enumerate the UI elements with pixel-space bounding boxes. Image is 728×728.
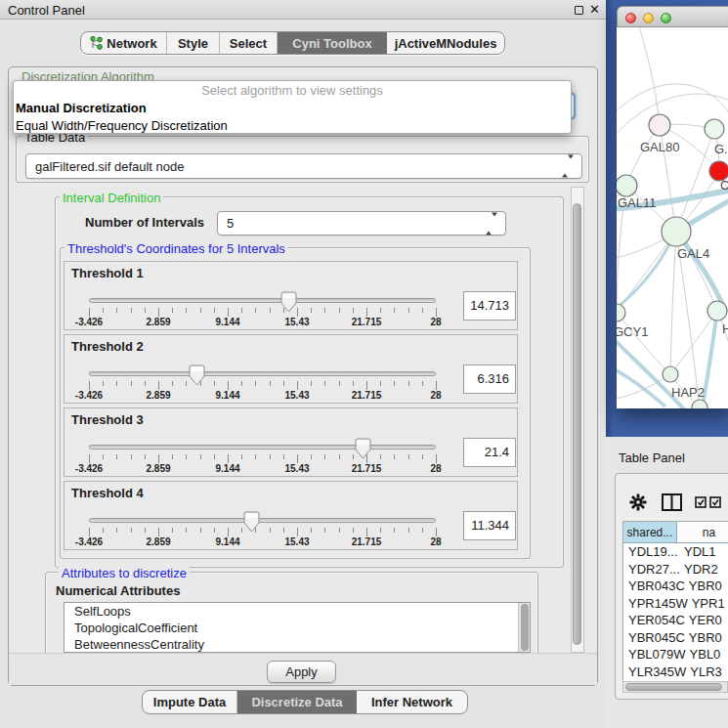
split-columns-icon[interactable] [662, 493, 682, 511]
slider-tick-label: 21.715 [337, 317, 396, 327]
cell-name[interactable]: YPR1 [688, 595, 728, 613]
cell-shared-name[interactable]: YER054C [623, 612, 685, 629]
table-data-combobox[interactable]: galFiltered.sif default node [25, 153, 582, 179]
slider-tick [89, 528, 90, 536]
slider-tick-label: 2.859 [129, 317, 188, 327]
slider-tick [422, 381, 423, 386]
settings-scrollbar[interactable] [571, 187, 584, 653]
tab-discretize-data[interactable]: Discretize Data [237, 691, 357, 713]
attribute-list-item[interactable]: BetweennessCentrality [64, 636, 530, 653]
table-row[interactable]: YBR043CYBR0 [623, 578, 728, 595]
tab-select[interactable]: Select [220, 32, 278, 54]
settings-scrollbar-thumb[interactable] [573, 203, 581, 645]
slider-tick [297, 454, 298, 463]
node-table[interactable]: shared... na YDL19...YDL1YDR27...YDR2YBR… [622, 521, 728, 693]
slider-tick [241, 454, 242, 459]
cell-shared-name[interactable]: YDL19... [623, 543, 680, 561]
mac-close-icon[interactable] [625, 13, 636, 23]
table-row[interactable]: YLR345WYLR3 [623, 664, 728, 681]
cell-name[interactable]: YDL1 [680, 543, 728, 561]
network-node[interactable] [617, 304, 625, 321]
slider-tick-label: 9.144 [198, 536, 257, 547]
tab-network[interactable]: Network [81, 32, 167, 54]
mac-zoom-icon[interactable] [661, 13, 671, 23]
table-horizontal-scrollbar[interactable] [622, 681, 728, 693]
checkbox-icon[interactable] [709, 496, 722, 508]
threshold-value-field[interactable]: 21.4 [463, 438, 516, 467]
cell-name[interactable]: YBR0 [685, 629, 728, 647]
table-row[interactable]: YBL079WYBL0 [623, 646, 728, 664]
attributes-list-scrollbar[interactable] [518, 603, 530, 652]
slider-tick [324, 528, 325, 533]
tab-jactivemnodules[interactable]: jActiveMNodules [387, 32, 504, 54]
tab-impute-data[interactable]: Impute Data [143, 691, 237, 713]
slider-track[interactable] [89, 518, 436, 523]
cell-shared-name[interactable]: YBL079W [623, 646, 686, 664]
cell-name[interactable]: YLR3 [686, 664, 728, 681]
table-row[interactable]: YER054CYER0 [623, 612, 728, 629]
slider-tick [339, 308, 340, 313]
table-row[interactable]: YDL19...YDL1 [623, 543, 728, 561]
gear-icon[interactable] [629, 493, 647, 511]
dropdown-item-equal-width[interactable]: Equal Width/Frequency Discretization [14, 117, 571, 135]
cell-shared-name[interactable]: YBR045C [623, 629, 685, 647]
slider-tick [311, 308, 312, 313]
float-window-icon[interactable] [575, 6, 583, 15]
column-header-shared-name[interactable]: shared... [623, 522, 677, 542]
table-row[interactable]: YBR045CYBR0 [623, 629, 728, 647]
slider-handle[interactable] [280, 291, 297, 313]
dropdown-item-manual-discretization[interactable]: Manual Discretization [14, 100, 571, 117]
network-node[interactable] [663, 366, 678, 382]
cell-name[interactable]: YBL0 [686, 646, 728, 664]
cell-name[interactable]: YER0 [685, 612, 728, 629]
network-node[interactable] [705, 119, 724, 139]
slider-tick-label: 15.43 [268, 390, 326, 401]
tab-infer-network[interactable]: Infer Network [357, 691, 467, 713]
network-node[interactable] [707, 301, 727, 321]
slider-track[interactable] [89, 445, 436, 450]
cell-shared-name[interactable]: YLR345W [623, 664, 686, 681]
cell-name[interactable]: YDR2 [680, 561, 728, 578]
slider-tick-label: 9.144 [198, 317, 257, 327]
slider-handle[interactable] [189, 364, 205, 386]
network-node[interactable] [649, 114, 670, 136]
cell-shared-name[interactable]: YBR043C [623, 578, 685, 595]
table-row[interactable]: YPR145WYPR1 [623, 595, 728, 613]
slider-track[interactable] [89, 371, 436, 376]
cell-shared-name[interactable]: YDR27... [623, 561, 680, 578]
threshold-block: Threshold 4-3.4262.8599.14415.4321.71528… [64, 481, 518, 550]
numerical-attributes-list[interactable]: SelfLoopsTopologicalCoefficientBetweenne… [64, 602, 531, 653]
apply-button[interactable]: Apply [267, 661, 336, 683]
slider-tick [422, 528, 423, 533]
slider-handle[interactable] [355, 438, 371, 459]
table-scrollbar-thumb[interactable] [625, 683, 722, 691]
network-canvas[interactable]: GAL80G.CGAL11GAL4GCY1HHAP2 [617, 27, 728, 408]
column-header-name[interactable]: na [677, 522, 728, 542]
network-node-label: HAP2 [671, 385, 705, 400]
cell-shared-name[interactable]: YPR145W [623, 595, 688, 613]
number-of-intervals-combobox[interactable]: 5 [217, 211, 506, 236]
network-node[interactable] [662, 217, 691, 246]
table-row[interactable]: YDR27...YDR2 [623, 561, 728, 578]
network-node[interactable] [617, 175, 637, 196]
checkbox-icon[interactable] [695, 496, 707, 508]
tab-style[interactable]: Style [167, 32, 220, 54]
slider-tick-label: 9.144 [198, 463, 257, 474]
mac-minimize-icon[interactable] [643, 13, 654, 23]
close-icon[interactable]: ✕ [589, 2, 600, 17]
attribute-list-item[interactable]: SelfLoops [64, 603, 530, 620]
slider-track[interactable] [89, 298, 436, 303]
slider-tick [408, 308, 409, 313]
tab-cyni-toolbox[interactable]: Cyni Toolbox [278, 32, 387, 54]
threshold-value-field[interactable]: 6.316 [463, 364, 516, 394]
cell-name[interactable]: YBR0 [685, 578, 728, 595]
slider-tick [436, 454, 437, 463]
slider-tick [339, 454, 340, 459]
slider-tick [228, 454, 229, 463]
attribute-list-item[interactable]: TopologicalCoefficient [64, 620, 530, 636]
threshold-value-field[interactable]: 11.344 [463, 511, 516, 540]
threshold-value-field[interactable]: 14.713 [463, 291, 516, 321]
control-panel-title: Control Panel [8, 3, 85, 18]
slider-tick [116, 528, 117, 533]
slider-handle[interactable] [243, 511, 260, 533]
